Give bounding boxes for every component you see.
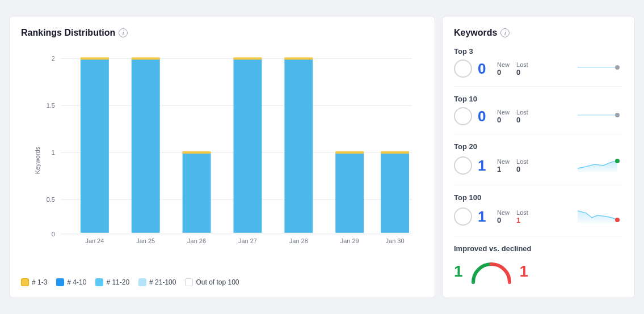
- bar-jan28-blue: [284, 58, 313, 233]
- kw-top100-lost-label: Lost: [516, 209, 528, 216]
- svg-text:2: 2: [52, 55, 55, 62]
- svg-text:Jan 24: Jan 24: [85, 237, 104, 244]
- left-card-header: Rankings Distribution i: [21, 28, 423, 38]
- declined-count: 1: [520, 262, 529, 281]
- kw-top10-lost: Lost 0: [516, 109, 528, 124]
- legend-box-out: [185, 278, 193, 286]
- kw-top10-new-value: 0: [497, 116, 501, 124]
- svg-text:0.5: 0.5: [47, 196, 55, 203]
- kw-top10-count: 0: [478, 108, 491, 125]
- kw-top100-lost-value: 1: [516, 216, 520, 224]
- kw-top100-lost: Lost 1: [516, 209, 528, 224]
- kw-top20-count: 1: [478, 157, 491, 175]
- kw-top100-row: 1 New 0 Lost 1: [454, 205, 623, 228]
- left-info-icon[interactable]: i: [119, 28, 128, 37]
- svg-text:Jan 25: Jan 25: [136, 237, 155, 244]
- kw-top10-lost-label: Lost: [516, 109, 528, 116]
- svg-text:1.5: 1.5: [47, 102, 55, 109]
- kw-top3-section: Top 3 0 New 0 Lost 0: [454, 47, 623, 87]
- improved-declined-section: Improved vs. declined 1 1: [454, 244, 623, 286]
- kw-top100-section: Top 100 1 New 0 Lost 1: [454, 193, 623, 236]
- kw-top100-circle: [454, 207, 472, 226]
- kw-top3-stats: New 0 Lost 0: [497, 61, 572, 77]
- kw-top10-mini-chart: [578, 107, 623, 126]
- kw-top10-stats: New 0 Lost 0: [497, 109, 572, 124]
- gauge-chart: [469, 257, 514, 286]
- chart-y-label: Keywords: [34, 147, 41, 174]
- bar-chart: 2 1.5 1 0.5 0 Jan 24 Jan 25 Jan 26: [44, 47, 418, 251]
- bar-jan26-blue: [183, 152, 211, 233]
- kw-top20-stats: New 1 Lost 0: [497, 158, 572, 173]
- svg-text:Jan 30: Jan 30: [386, 237, 405, 244]
- kw-top20-mini-chart: [578, 154, 623, 177]
- bar-jan29-yellow: [335, 151, 364, 154]
- ivd-row: 1 1: [454, 257, 623, 286]
- kw-top100-new-label: New: [497, 209, 510, 216]
- kw-top100-count: 1: [478, 208, 491, 226]
- kw-top20-lost: Lost 0: [516, 158, 528, 173]
- kw-top20-circle: [454, 156, 472, 175]
- kw-top20-section: Top 20 1 New 1 Lost 0: [454, 142, 623, 185]
- bar-jan29-blue: [335, 152, 364, 233]
- kw-top20-lost-value: 0: [516, 165, 520, 173]
- kw-top100-new-value: 0: [497, 216, 501, 224]
- svg-point-22: [615, 218, 620, 222]
- bar-jan27-blue: [233, 58, 262, 233]
- kw-top3-lost-label: Lost: [516, 61, 528, 68]
- legend-21-100: # 21-100: [138, 278, 176, 286]
- svg-text:Jan 28: Jan 28: [289, 237, 308, 244]
- kw-top20-row: 1 New 1 Lost 0: [454, 154, 623, 177]
- legend-box-21-100: [138, 278, 146, 286]
- rankings-distribution-card: Rankings Distribution i Keywords 2 1.5 1…: [9, 16, 435, 298]
- ivd-label: Improved vs. declined: [454, 244, 623, 253]
- chart-legend: # 1-3 # 4-10 # 11-20 # 21-100 Out of top…: [21, 278, 423, 286]
- kw-top3-new: New 0: [497, 61, 510, 77]
- kw-top3-new-label: New: [497, 61, 510, 68]
- legend-label-1-3: # 1-3: [32, 278, 47, 286]
- kw-top10-section: Top 10 0 New 0 Lost 0: [454, 95, 623, 134]
- svg-point-20: [615, 113, 620, 117]
- svg-point-21: [615, 159, 620, 163]
- kw-top100-mini-chart: [578, 205, 623, 228]
- bar-jan25-blue: [132, 58, 160, 233]
- bar-jan24-blue: [81, 58, 109, 233]
- kw-top10-label: Top 10: [454, 95, 623, 103]
- kw-top3-label: Top 3: [454, 47, 623, 56]
- kw-top10-row: 0 New 0 Lost 0: [454, 107, 623, 126]
- kw-top20-lost-label: Lost: [516, 158, 528, 165]
- kw-top3-new-value: 0: [497, 68, 501, 77]
- legend-box-1-3: [21, 278, 29, 286]
- right-card-header: Keywords i: [454, 28, 623, 38]
- kw-top100-stats: New 0 Lost 1: [497, 209, 572, 224]
- kw-top20-new-label: New: [497, 158, 510, 165]
- kw-top3-count: 0: [478, 60, 491, 78]
- right-info-icon[interactable]: i: [500, 28, 510, 37]
- improved-count: 1: [454, 262, 463, 281]
- legend-label-21-100: # 21-100: [149, 278, 176, 286]
- svg-point-18: [615, 65, 620, 70]
- main-container: Rankings Distribution i Keywords 2 1.5 1…: [9, 16, 635, 298]
- bar-jan27-yellow: [233, 57, 262, 60]
- bar-jan24-yellow: [81, 57, 109, 60]
- legend-box-11-20: [95, 278, 103, 286]
- kw-top3-circle: [454, 60, 472, 78]
- kw-top100-new: New 0: [497, 209, 510, 224]
- svg-text:1: 1: [52, 149, 55, 156]
- svg-text:0: 0: [52, 231, 55, 237]
- kw-top20-label: Top 20: [454, 142, 623, 151]
- chart-wrapper: Keywords 2 1.5 1 0.5 0 Jan 24: [44, 47, 418, 274]
- keywords-card: Keywords i Top 3 0 New 0 Lost 0: [442, 16, 635, 298]
- left-card-title: Rankings Distribution: [21, 28, 115, 38]
- bar-jan30-blue: [381, 152, 409, 233]
- legend-4-10: # 4-10: [56, 278, 86, 286]
- bar-jan30-yellow: [381, 151, 409, 154]
- kw-top10-new-label: New: [497, 109, 510, 116]
- legend-1-3: # 1-3: [21, 278, 47, 286]
- kw-top3-row: 0 New 0 Lost 0: [454, 59, 623, 78]
- kw-top3-lost-value: 0: [516, 68, 520, 77]
- bar-jan25-yellow: [132, 57, 160, 60]
- svg-text:Jan 26: Jan 26: [187, 237, 206, 244]
- kw-top10-circle: [454, 107, 472, 125]
- kw-top20-new: New 1: [497, 158, 510, 173]
- bar-jan28-yellow: [284, 57, 313, 60]
